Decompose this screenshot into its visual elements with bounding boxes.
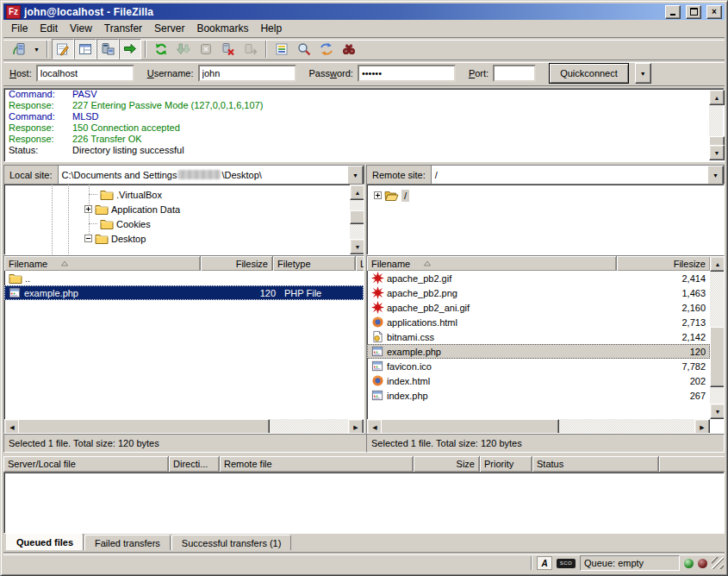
site-manager-dropdown-button[interactable]: ▼ [30, 39, 43, 59]
speed-limit-badge-icon[interactable]: SCO [557, 559, 576, 568]
scroll-down-button[interactable]: ▼ [710, 404, 725, 419]
disconnect-button[interactable] [217, 39, 240, 59]
resize-grip[interactable] [712, 557, 724, 569]
file-row-selected[interactable]: example.php 120 [367, 344, 710, 359]
file-row[interactable]: index.html 202 [367, 373, 710, 388]
filesize-cell: 120 [208, 288, 280, 298]
log-scrollbar[interactable]: ▲ ▼ [709, 90, 723, 160]
message-log[interactable]: Command:PASV Response:227 Entering Passi… [3, 88, 725, 162]
toggle-local-tree-button[interactable] [74, 39, 96, 59]
tree-item-virtualbox[interactable]: .VirtualBox [89, 187, 162, 202]
menu-view[interactable]: View [64, 21, 98, 37]
scroll-up-button[interactable]: ▲ [710, 256, 725, 272]
synchronized-browsing-icon [320, 42, 333, 56]
menu-edit[interactable]: Edit [34, 21, 64, 37]
file-row[interactable]: favicon.ico 7,782 [367, 359, 710, 373]
process-queue-button[interactable] [172, 39, 195, 59]
file-row[interactable]: bitnami.css 2,142 [367, 329, 710, 344]
file-row[interactable]: applications.html 2,713 [367, 315, 710, 329]
tree-item-desktop[interactable]: Desktop [84, 231, 146, 246]
minimize-button[interactable] [665, 5, 681, 19]
scroll-thumb[interactable] [381, 419, 559, 434]
remote-tree[interactable]: / [366, 184, 725, 255]
scroll-down-button[interactable]: ▼ [709, 145, 725, 160]
local-site-dropdown-button[interactable]: ▼ [347, 166, 364, 185]
tab-failed-transfers[interactable]: Failed transfers [84, 535, 171, 550]
maximize-button[interactable] [686, 5, 701, 19]
column-header-size[interactable]: Size [414, 456, 480, 472]
toggle-message-log-button[interactable] [52, 39, 74, 59]
menu-transfer[interactable]: Transfer [98, 21, 148, 37]
file-row[interactable]: apache_pb2.png 1,463 [367, 285, 710, 300]
scroll-up-button[interactable]: ▲ [709, 90, 725, 105]
column-header-filename[interactable]: Filename [4, 256, 201, 271]
cancel-operation-button[interactable] [195, 39, 217, 59]
local-tree[interactable]: .VirtualBox Application Data Cookies Des… [3, 184, 364, 255]
refresh-button[interactable] [150, 39, 172, 59]
sort-ascending-icon [424, 260, 431, 266]
toggle-transfer-queue-button[interactable] [119, 39, 141, 59]
column-header-filesize[interactable]: Filesize [201, 256, 273, 271]
scroll-thumb[interactable] [710, 327, 725, 387]
host-input[interactable] [36, 65, 134, 82]
menu-server[interactable]: Server [148, 21, 190, 37]
reconnect-button[interactable] [240, 39, 262, 59]
column-header-filetype[interactable]: Filetype [273, 256, 356, 271]
toggle-remote-tree-button[interactable] [96, 39, 119, 59]
site-manager-button[interactable] [8, 39, 30, 59]
remote-file-list[interactable]: Filename Filesize apache_pb2.gif 2,414 a… [366, 255, 725, 434]
tree-item-cookies[interactable]: Cookies [89, 216, 151, 231]
column-header-filename[interactable]: Filename [367, 256, 617, 271]
tree-guide [68, 185, 69, 254]
menu-help[interactable]: Help [254, 21, 288, 37]
remote-list-vscrollbar[interactable]: ▲ ▼ [710, 256, 724, 419]
file-row-example-php[interactable]: example.php 120 PHP File 1 [4, 285, 364, 300]
scroll-thumb[interactable] [350, 210, 364, 224]
tree-item-application-data[interactable]: Application Data [84, 202, 180, 216]
scroll-down-button[interactable]: ▼ [350, 239, 364, 254]
expand-plus-icon[interactable] [84, 205, 92, 213]
file-row[interactable]: apache_pb2.gif 2,414 [367, 271, 710, 285]
scroll-up-button[interactable]: ▲ [350, 185, 364, 200]
column-header-priority[interactable]: Priority [480, 456, 532, 472]
find-files-button[interactable] [338, 39, 360, 59]
transfer-type-ascii-icon[interactable]: A [537, 556, 552, 570]
remote-site-dropdown-button[interactable]: ▼ [707, 166, 724, 185]
close-button[interactable]: × [706, 5, 722, 19]
scroll-thumb[interactable] [18, 419, 270, 434]
tab-queued-files[interactable]: Queued files [6, 533, 84, 550]
file-row[interactable]: apache_pb2_ani.gif 2,160 [367, 300, 710, 315]
password-input[interactable] [358, 65, 456, 82]
column-header-status[interactable]: Status [532, 456, 659, 472]
scroll-right-button[interactable]: ▶ [694, 419, 710, 434]
column-header-remote-file[interactable]: Remote file [220, 456, 414, 472]
file-row-parent-dir[interactable]: .. [4, 271, 364, 285]
menu-bookmarks[interactable]: Bookmarks [190, 21, 254, 37]
username-input[interactable] [198, 65, 296, 82]
remote-list-hscrollbar[interactable]: ◀ ▶ [367, 419, 710, 433]
local-site-combobox[interactable]: C:\Documents and Settings\Desktop\ [59, 166, 347, 184]
collapse-minus-icon[interactable] [84, 235, 92, 242]
local-list-hscrollbar[interactable]: ◀ ▶ [4, 419, 364, 433]
tab-successful-transfers[interactable]: Successful transfers (1) [171, 535, 292, 550]
quickconnect-button[interactable]: Quickconnect [549, 63, 629, 84]
column-header-server-local-file[interactable]: Server/Local file [3, 456, 169, 472]
synchronized-browsing-button[interactable] [315, 39, 338, 59]
file-row[interactable]: index.php 267 [367, 388, 710, 403]
scroll-right-button[interactable]: ▶ [348, 419, 364, 434]
local-tree-scrollbar[interactable]: ▲ ▼ [350, 185, 364, 254]
quickconnect-dropdown-button[interactable]: ▼ [635, 63, 651, 84]
column-header-last-modified[interactable]: L [356, 256, 364, 271]
queue-list[interactable] [3, 472, 725, 534]
tree-item-root[interactable]: / [374, 188, 409, 203]
local-file-list[interactable]: Filename Filesize Filetype L .. example.… [3, 255, 364, 434]
expand-plus-icon[interactable] [374, 191, 382, 199]
menu-file[interactable]: File [5, 21, 34, 37]
remote-site-combobox[interactable]: / [432, 166, 707, 184]
port-input[interactable] [493, 65, 536, 82]
column-header-filesize[interactable]: Filesize [617, 256, 710, 271]
directory-comparison-button[interactable] [293, 39, 315, 59]
title-bar[interactable]: Fz john@localhost - FileZilla × [3, 3, 725, 20]
column-header-direction[interactable]: Directi... [169, 456, 220, 472]
directory-filters-button[interactable] [271, 39, 293, 59]
